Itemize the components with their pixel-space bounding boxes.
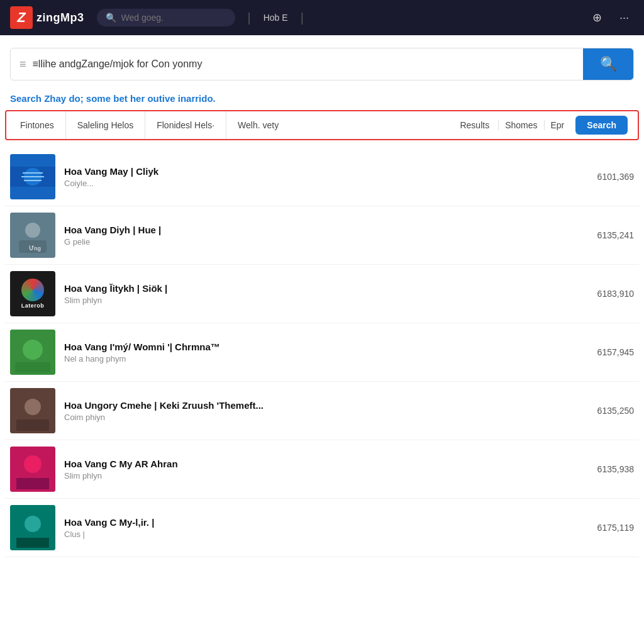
song-artist: Coiyle... bbox=[64, 179, 569, 188]
song-artist: Slim phlyn bbox=[64, 471, 569, 480]
logo-name: zingMp3 bbox=[36, 11, 84, 25]
song-title: Hoa Vang Diyh | Hue | bbox=[64, 225, 569, 235]
nav-menu-hob[interactable]: Hob E bbox=[264, 13, 288, 23]
search-btn-icon: 🔍 bbox=[600, 56, 617, 72]
song-title: Hoa Ungory Cmehe | Keki Zruush 'Themeft.… bbox=[64, 400, 569, 411]
headphones-icon[interactable]: ⊕ bbox=[587, 8, 607, 27]
song-plays: 6101,369 bbox=[577, 172, 634, 182]
nav-search-icon: 🔍 bbox=[106, 13, 116, 23]
song-info: Hoa Vang May | Cliyk Coiyle... bbox=[64, 166, 569, 188]
song-item[interactable]: Hoa Ungory Cmehe | Keki Zruush 'Themeft.… bbox=[5, 382, 639, 440]
svg-point-14 bbox=[25, 399, 41, 415]
nav-search-input[interactable] bbox=[121, 13, 209, 23]
song-plays: 6135,250 bbox=[577, 406, 634, 416]
song-info: Hoa Vang Diyh | Hue | G pelie bbox=[64, 225, 569, 247]
more-icon[interactable]: ··· bbox=[614, 9, 634, 27]
filter-tab-flonidesl[interactable]: Flonidesl Hels· bbox=[145, 111, 226, 139]
filter-search-button[interactable]: Search bbox=[575, 116, 628, 135]
search-input-wrap: ≡ bbox=[11, 58, 583, 71]
nav-divider: | bbox=[248, 11, 251, 25]
nav-search-bar[interactable]: 🔍 bbox=[97, 9, 235, 26]
svg-rect-21 bbox=[16, 538, 49, 548]
filter-shomes[interactable]: Shomes bbox=[498, 120, 543, 130]
song-title: Hoa Vang May | Cliyk bbox=[64, 166, 569, 177]
song-thumbnail bbox=[10, 505, 55, 550]
song-thumbnail bbox=[10, 330, 55, 375]
svg-point-17 bbox=[24, 455, 42, 473]
song-info: Hoa Vang I'mý/ Womni '| Chrmna™ Nel a ha… bbox=[64, 341, 569, 364]
song-list: Hoa Vang May | Cliyk Coiyle... 6101,369 … bbox=[0, 148, 644, 557]
svg-text:Ưng: Ưng bbox=[29, 245, 41, 252]
song-item[interactable]: Hoa Vang I'mý/ Womni '| Chrmna™ Nel a ha… bbox=[5, 323, 639, 382]
svg-point-20 bbox=[25, 516, 41, 532]
song-title: Hoa Vang C My-l,ir. | bbox=[64, 517, 569, 528]
song-title: Hoa Vang Ĭitykh | Siök | bbox=[64, 283, 569, 294]
song-item[interactable]: Hoa Vang May | Cliyk Coiyle... 6101,369 bbox=[5, 148, 639, 206]
song-item[interactable]: Laterob Hoa Vang Ĭitykh | Siök | Slim ph… bbox=[5, 265, 639, 323]
filter-tab-welh[interactable]: Welh. vety bbox=[226, 111, 290, 139]
main-search-bar: ≡ 🔍 bbox=[10, 48, 634, 80]
main-search-input[interactable] bbox=[33, 58, 574, 70]
svg-rect-15 bbox=[16, 419, 49, 431]
svg-rect-18 bbox=[16, 478, 49, 489]
song-plays: 6135,241 bbox=[577, 230, 634, 240]
song-title: Hoa Vang C My AR Ahran bbox=[64, 458, 569, 469]
song-info: Hoa Vang C My AR Ahran Slim phlyn bbox=[64, 458, 569, 480]
filter-tab-fintones[interactable]: Fintones bbox=[16, 111, 66, 139]
song-thumbnail bbox=[10, 447, 55, 492]
top-navigation: Z zingMp3 🔍 | Hob E | ⊕ ··· bbox=[0, 0, 644, 35]
search-button[interactable]: 🔍 bbox=[583, 48, 633, 80]
song-info: Hoa Vang C My-l,ir. | Clus | bbox=[64, 517, 569, 539]
svg-point-7 bbox=[25, 223, 40, 238]
song-item[interactable]: Hoa Vang C My AR Ahran Slim phlyn 6135,9… bbox=[5, 440, 639, 499]
song-thumbnail bbox=[10, 388, 55, 433]
song-info: Hoa Vang Ĭitykh | Siök | Slim phlyn bbox=[64, 283, 569, 305]
search-area: ≡ 🔍 bbox=[0, 35, 644, 88]
song-artist: G pelie bbox=[64, 237, 569, 247]
song-artist: Nel a hang phym bbox=[64, 354, 569, 364]
song-title: Hoa Vang I'mý/ Womni '| Chrmna™ bbox=[64, 341, 569, 352]
svg-point-11 bbox=[23, 340, 43, 360]
logo-z: Z bbox=[10, 6, 33, 29]
logo[interactable]: Z zingMp3 bbox=[10, 6, 84, 29]
filter-bar: Fintones Saleling Helos Flonidesl Hels· … bbox=[5, 110, 639, 140]
song-item[interactable]: Ưng Hoa Vang Diyh | Hue | G pelie 6135,2… bbox=[5, 206, 639, 265]
main-search-icon: ≡ bbox=[19, 58, 26, 71]
song-info: Hoa Ungory Cmehe | Keki Zruush 'Themeft.… bbox=[64, 400, 569, 422]
search-label: Search Zhay do; some bet her outive inar… bbox=[0, 88, 644, 110]
song-thumbnail: Laterob bbox=[10, 271, 55, 316]
song-plays: 6175,119 bbox=[577, 523, 634, 533]
song-plays: 6157,945 bbox=[577, 347, 634, 357]
song-artist: Clus | bbox=[64, 530, 569, 539]
filter-results[interactable]: Results bbox=[451, 120, 498, 130]
song-thumbnail: Ưng bbox=[10, 213, 55, 258]
svg-rect-12 bbox=[15, 362, 50, 372]
song-plays: 6135,938 bbox=[577, 464, 634, 474]
filter-tab-saleling[interactable]: Saleling Helos bbox=[66, 111, 146, 139]
song-thumbnail bbox=[10, 154, 55, 199]
nav-divider2: | bbox=[301, 11, 304, 25]
song-item[interactable]: Hoa Vang C My-l,ir. | Clus | 6175,119 bbox=[5, 499, 639, 557]
song-artist: Coim phiyn bbox=[64, 413, 569, 422]
song-artist: Slim phlyn bbox=[64, 296, 569, 305]
filter-epr[interactable]: Epr bbox=[544, 120, 571, 130]
song-plays: 6183,910 bbox=[577, 289, 634, 299]
